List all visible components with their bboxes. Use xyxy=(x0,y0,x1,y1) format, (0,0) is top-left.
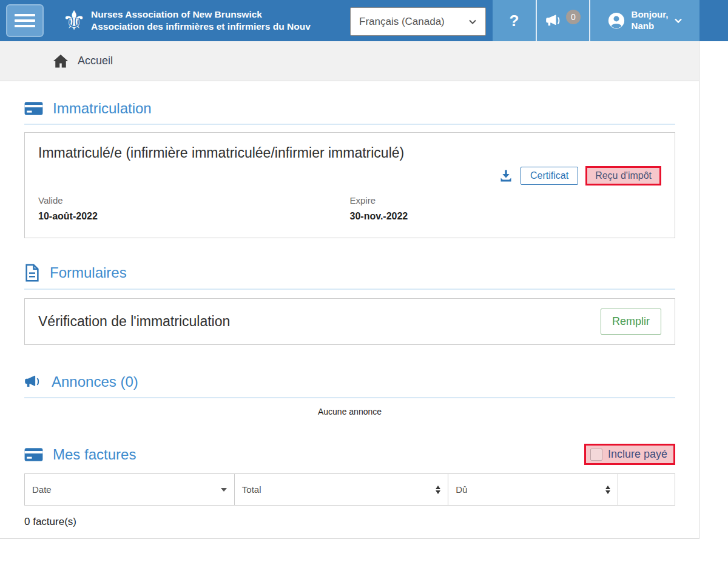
forms-section-header: Formulaires xyxy=(24,264,675,282)
section-forms: Formulaires Vérification de l'immatricul… xyxy=(24,264,675,345)
download-icon[interactable] xyxy=(499,169,513,183)
expire-date-value: 30-nov.-2022 xyxy=(350,211,662,222)
section-divider xyxy=(24,289,675,290)
section-announcements: Annonces (0) Aucune annonce xyxy=(24,373,675,416)
megaphone-icon xyxy=(545,12,562,29)
card-icon xyxy=(24,447,43,462)
org-title-line2: Association des infirmières et infirmier… xyxy=(91,21,352,33)
section-invoices: Mes factures Inclure payé Date Total Dû xyxy=(24,444,675,528)
tax-receipt-button[interactable]: Reçu d'impôt xyxy=(585,166,661,185)
certificate-button[interactable]: Certificat xyxy=(521,167,578,185)
nanb-logo-icon: ⚜ xyxy=(59,4,89,38)
valid-label: Valide xyxy=(38,195,350,205)
include-paid-checkbox[interactable] xyxy=(590,449,602,461)
announcement-count-badge: 0 xyxy=(566,10,581,24)
valid-date-value: 10-août-2022 xyxy=(38,211,350,222)
user-icon xyxy=(607,12,625,30)
app-header: ⚜ Nurses Association of New Brunswick As… xyxy=(0,0,728,41)
registration-section-header: Immatriculation xyxy=(24,100,675,117)
registration-actions: Certificat Reçu d'impôt xyxy=(38,166,661,185)
column-header-due[interactable]: Dû xyxy=(448,474,618,505)
user-menu-button[interactable]: Bonjour, Nanb xyxy=(589,0,699,41)
org-title-line1: Nurses Association of New Brunswick xyxy=(91,8,352,21)
registration-dates: Valide 10-août-2022 Expire 30-nov.-2022 xyxy=(38,195,661,222)
invoices-table-header: Date Total Dû xyxy=(24,473,675,506)
help-button[interactable]: ? xyxy=(493,0,536,41)
sort-icon xyxy=(436,486,440,494)
chevron-down-icon xyxy=(674,16,682,25)
include-paid-toggle[interactable]: Inclure payé xyxy=(584,444,675,465)
org-title: Nurses Association of New Brunswick Asso… xyxy=(91,8,352,35)
user-greeting: Bonjour, Nanb xyxy=(632,9,669,32)
fill-form-button[interactable]: Remplir xyxy=(601,309,661,335)
section-divider xyxy=(24,124,675,125)
document-icon xyxy=(24,264,40,282)
expire-date-column: Expire 30-nov.-2022 xyxy=(350,195,662,222)
include-paid-label: Inclure payé xyxy=(608,448,667,461)
announcements-section-title: Annonces (0) xyxy=(52,373,138,390)
megaphone-icon xyxy=(24,373,42,390)
registration-card: Immatriculé/e (infirmière immatriculée/i… xyxy=(24,132,675,238)
expire-label: Expire xyxy=(350,195,662,205)
column-header-empty xyxy=(618,474,675,505)
sort-icon xyxy=(605,486,610,494)
registration-section-title: Immatriculation xyxy=(53,100,152,117)
column-header-date[interactable]: Date xyxy=(25,474,234,505)
invoice-count: 0 facture(s) xyxy=(24,516,675,528)
language-selected-value: Français (Canada) xyxy=(359,16,445,28)
card-icon xyxy=(24,101,43,116)
announcements-section-header: Annonces (0) xyxy=(24,373,675,390)
forms-section-title: Formulaires xyxy=(50,264,127,281)
form-name: Vérification de l'immatriculation xyxy=(38,313,230,330)
menu-icon xyxy=(15,14,35,16)
chevron-down-icon xyxy=(468,18,477,26)
menu-button[interactable] xyxy=(6,4,44,37)
header-actions: ? 0 Bonjour, Nanb xyxy=(493,0,699,41)
form-card: Vérification de l'immatriculation Rempli… xyxy=(24,298,675,345)
section-registration: Immatriculation Immatriculé/e (infirmièr… xyxy=(24,100,675,238)
invoices-section-title: Mes factures xyxy=(53,446,136,463)
content-bottom-border xyxy=(0,538,699,539)
breadcrumb: Accueil xyxy=(0,41,699,81)
breadcrumb-home-label[interactable]: Accueil xyxy=(78,55,113,67)
section-divider xyxy=(24,397,675,398)
valid-date-column: Valide 10-août-2022 xyxy=(38,195,350,222)
announcements-button[interactable]: 0 xyxy=(536,0,589,41)
main-content: Immatriculation Immatriculé/e (infirmièr… xyxy=(0,82,699,528)
home-icon[interactable] xyxy=(52,53,69,70)
invoices-section-header: Mes factures Inclure payé xyxy=(24,444,675,465)
no-announcements-message: Aucune annonce xyxy=(24,407,675,416)
sort-desc-icon xyxy=(221,488,227,492)
column-header-total[interactable]: Total xyxy=(234,474,448,505)
registration-status-title: Immatriculé/e (infirmière immatriculée/i… xyxy=(38,145,661,161)
help-icon: ? xyxy=(510,12,519,30)
language-selector[interactable]: Français (Canada) xyxy=(350,7,486,36)
